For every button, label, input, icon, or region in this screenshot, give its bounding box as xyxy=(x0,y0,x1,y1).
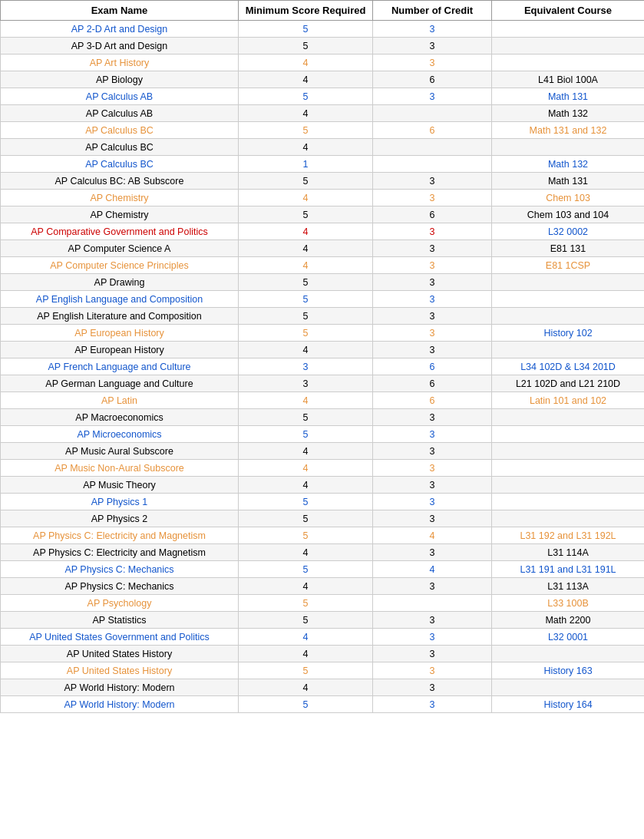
table-row: AP Physics 253 xyxy=(1,510,645,527)
credit-cell: 3 xyxy=(373,696,492,713)
exam-name-cell: AP Calculus BC xyxy=(1,122,239,139)
equiv-course-cell: L33 100B xyxy=(492,595,645,612)
credit-cell: 3 xyxy=(373,173,492,190)
credit-cell xyxy=(373,156,492,173)
equiv-course-cell xyxy=(492,443,645,460)
min-score-cell: 5 xyxy=(239,595,373,612)
equiv-course-cell xyxy=(492,139,645,156)
min-score-cell: 5 xyxy=(239,38,373,55)
credit-cell: 3 xyxy=(373,257,492,274)
header-min-score: Minimum Score Required xyxy=(239,1,373,21)
table-row: AP United States History43 xyxy=(1,646,645,662)
table-row: AP European History43 xyxy=(1,342,645,358)
min-score-cell: 5 xyxy=(239,325,373,342)
exam-name-cell: AP Microeconomics xyxy=(1,426,239,443)
credit-cell: 3 xyxy=(373,494,492,510)
exam-name-cell: AP Computer Science A xyxy=(1,240,239,257)
table-row: AP 3-D Art and Design53 xyxy=(1,38,645,55)
credit-cell: 3 xyxy=(373,477,492,494)
min-score-cell: 4 xyxy=(239,240,373,257)
equiv-course-cell: L41 Biol 100A xyxy=(492,71,645,88)
equiv-course-cell: Math 132 xyxy=(492,156,645,173)
exam-name-cell: AP Latin xyxy=(1,392,239,409)
exam-name-cell: AP Physics 1 xyxy=(1,494,239,510)
credit-cell: 3 xyxy=(373,629,492,646)
exam-name-cell: AP German Language and Culture xyxy=(1,375,239,392)
exam-name-cell: AP European History xyxy=(1,342,239,358)
table-row: AP 2-D Art and Design53 xyxy=(1,21,645,38)
exam-name-cell: AP Chemistry xyxy=(1,190,239,206)
equiv-course-cell: Chem 103 xyxy=(492,190,645,206)
table-row: AP English Language and Composition53 xyxy=(1,291,645,308)
exam-name-cell: AP English Language and Composition xyxy=(1,291,239,308)
equiv-course-cell xyxy=(492,55,645,71)
equiv-course-cell xyxy=(492,460,645,477)
exam-name-cell: AP Physics 2 xyxy=(1,510,239,527)
equiv-course-cell xyxy=(492,494,645,510)
exam-name-cell: AP United States History xyxy=(1,646,239,662)
table-row: AP Drawing53 xyxy=(1,274,645,291)
min-score-cell: 5 xyxy=(239,291,373,308)
exam-name-cell: AP Music Non-Aural Subscore xyxy=(1,460,239,477)
credit-cell: 3 xyxy=(373,544,492,561)
credit-cell: 6 xyxy=(373,375,492,392)
min-score-cell: 4 xyxy=(239,223,373,240)
equiv-course-cell xyxy=(492,274,645,291)
exam-name-cell: AP Physics C: Mechanics xyxy=(1,561,239,578)
min-score-cell: 5 xyxy=(239,696,373,713)
credit-cell: 4 xyxy=(373,527,492,544)
equiv-course-cell: E81 1CSP xyxy=(492,257,645,274)
min-score-cell: 5 xyxy=(239,426,373,443)
table-row: AP Calculus BC56Math 131 and 132 xyxy=(1,122,645,139)
table-row: AP Physics C: Mechanics43L31 113A xyxy=(1,578,645,595)
min-score-cell: 4 xyxy=(239,139,373,156)
credit-cell: 3 xyxy=(373,308,492,325)
exam-name-cell: AP French Language and Culture xyxy=(1,358,239,375)
exam-name-cell: AP Psychology xyxy=(1,595,239,612)
table-row: AP United States Government and Politics… xyxy=(1,629,645,646)
exam-name-cell: AP Calculus AB xyxy=(1,88,239,105)
equiv-course-cell: L32 0001 xyxy=(492,629,645,646)
equiv-course-cell xyxy=(492,679,645,696)
table-row: AP World History: Modern53History 164 xyxy=(1,696,645,713)
min-score-cell: 4 xyxy=(239,55,373,71)
table-row: AP Computer Science Principles43E81 1CSP xyxy=(1,257,645,274)
min-score-cell: 5 xyxy=(239,510,373,527)
exam-name-cell: AP Physics C: Mechanics xyxy=(1,578,239,595)
credit-cell: 6 xyxy=(373,71,492,88)
min-score-cell: 5 xyxy=(239,612,373,629)
header-exam-name: Exam Name xyxy=(1,1,239,21)
ap-credit-table: Exam Name Minimum Score Required Number … xyxy=(0,0,644,713)
equiv-course-cell xyxy=(492,646,645,662)
table-row: AP Biology46L41 Biol 100A xyxy=(1,71,645,88)
table-row: AP United States History53History 163 xyxy=(1,662,645,679)
min-score-cell: 5 xyxy=(239,122,373,139)
exam-name-cell: AP World History: Modern xyxy=(1,679,239,696)
min-score-cell: 1 xyxy=(239,156,373,173)
equiv-course-cell: Math 131 xyxy=(492,88,645,105)
min-score-cell: 4 xyxy=(239,679,373,696)
credit-cell: 3 xyxy=(373,646,492,662)
table-row: AP Music Aural Subscore43 xyxy=(1,443,645,460)
exam-name-cell: AP 2-D Art and Design xyxy=(1,21,239,38)
credit-cell: 3 xyxy=(373,510,492,527)
equiv-course-cell xyxy=(492,291,645,308)
equiv-course-cell xyxy=(492,510,645,527)
equiv-course-cell: Math 132 xyxy=(492,105,645,122)
table-row: AP Computer Science A43E81 131 xyxy=(1,240,645,257)
header-credit: Number of Credit xyxy=(373,1,492,21)
header-equiv-course: Equivalent Course xyxy=(492,1,645,21)
min-score-cell: 5 xyxy=(239,494,373,510)
table-row: AP French Language and Culture36L34 102D… xyxy=(1,358,645,375)
equiv-course-cell xyxy=(492,21,645,38)
credit-cell: 3 xyxy=(373,578,492,595)
credit-cell: 6 xyxy=(373,392,492,409)
exam-name-cell: AP Music Theory xyxy=(1,477,239,494)
exam-name-cell: AP Computer Science Principles xyxy=(1,257,239,274)
min-score-cell: 4 xyxy=(239,443,373,460)
equiv-course-cell: Math 131 xyxy=(492,173,645,190)
equiv-course-cell: Math 2200 xyxy=(492,612,645,629)
credit-cell xyxy=(373,105,492,122)
credit-cell: 3 xyxy=(373,426,492,443)
exam-name-cell: AP Calculus BC xyxy=(1,156,239,173)
